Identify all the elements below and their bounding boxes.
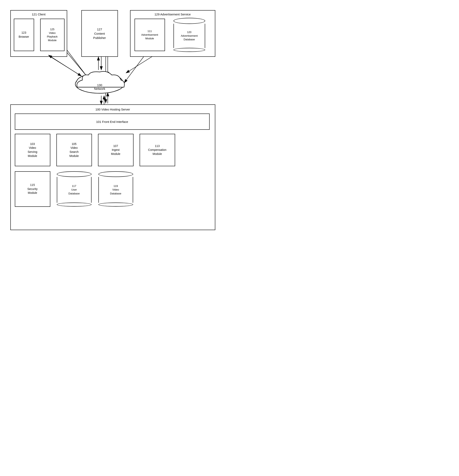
content-publisher-box: 127ContentPublisher (81, 10, 118, 57)
video-serving-module-label: 103VideoServingModule (28, 142, 37, 158)
ad-database-cylinder: 120AdvertisementDatabase (173, 18, 206, 52)
security-module-label: 115SecurityModule (27, 183, 38, 195)
front-end-interface-box: 101 Front End Interface (15, 113, 210, 130)
security-module-box: 115SecurityModule (15, 171, 50, 207)
video-serving-module-box: 103VideoServingModule (15, 134, 50, 166)
video-playback-box: 125VideoPlaybackModule (40, 19, 64, 51)
ad-service-box: 129 Advertisement Service 111Advertiseme… (130, 10, 215, 57)
browser-box: 123Browser (14, 19, 34, 51)
ad-module-box: 111AdvertisementModule (134, 19, 165, 51)
network-cloud-svg: 130 Network (71, 69, 128, 95)
ad-database-label: 120AdvertisementDatabase (181, 30, 198, 42)
front-end-interface-label: 101 Front End Interface (96, 120, 128, 124)
ingest-module-label: 107IngestModule (111, 144, 120, 156)
browser-label: 123Browser (19, 31, 29, 39)
svg-line-24 (126, 56, 152, 73)
video-search-module-box: 105VideoSearchModule (56, 134, 92, 166)
content-publisher-label: 127ContentPublisher (93, 27, 106, 40)
video-playback-label: 125VideoPlaybackModule (47, 28, 58, 42)
ad-module-label: 111AdvertisementModule (141, 29, 158, 41)
video-search-module-label: 105VideoSearchModule (69, 142, 79, 158)
ingest-module-box: 107IngestModule (98, 134, 133, 166)
compensation-module-label: 113CompensationModule (148, 144, 166, 156)
user-database-label: 117UserDatabase (68, 184, 80, 196)
video-database-cylinder: 119VideoDatabase (98, 171, 133, 207)
client-label: 121 Client (11, 12, 67, 17)
client-box: 121 Client 123Browser 125VideoPlaybackMo… (10, 10, 67, 57)
network-cloud: 130 Network (71, 69, 128, 95)
video-hosting-server-box: 100 Video Hosting Server 101 Front End I… (10, 104, 215, 230)
ad-service-label: 129 Advertisement Service (131, 12, 215, 17)
video-database-label: 119VideoDatabase (110, 184, 121, 196)
compensation-module-box: 113CompensationModule (140, 134, 175, 166)
svg-text:Network: Network (94, 87, 105, 90)
architecture-diagram: 121 Client 123Browser 125VideoPlaybackMo… (4, 4, 225, 235)
user-database-cylinder: 117UserDatabase (56, 171, 92, 207)
video-hosting-server-label: 100 Video Hosting Server (13, 107, 213, 111)
network-cloud-text: 130 (97, 83, 102, 87)
